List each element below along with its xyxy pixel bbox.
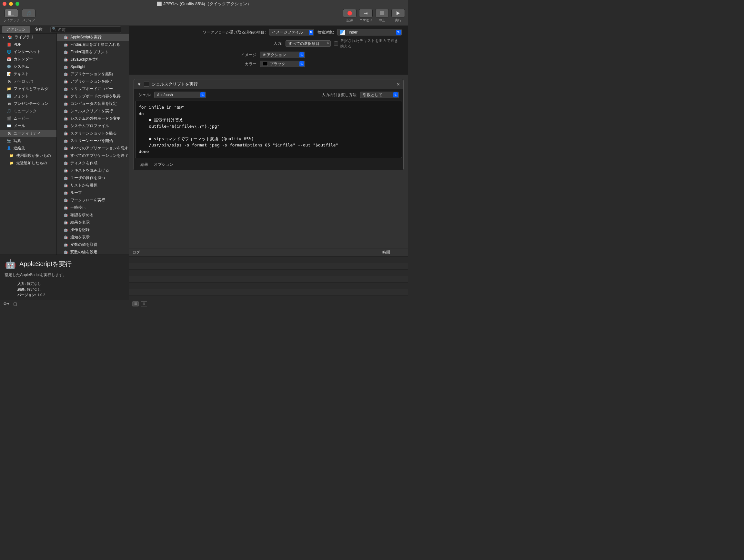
- close-window-button[interactable]: [3, 2, 6, 6]
- stop-icon: [380, 11, 384, 15]
- library-item[interactable]: 📅カレンダー: [0, 55, 57, 63]
- action-item[interactable]: 🤖テキストを読み上げる: [57, 167, 129, 174]
- tab-action[interactable]: アクション: [2, 26, 30, 33]
- action-item[interactable]: 🤖Finder項目をプリント: [57, 48, 129, 56]
- minimize-window-button[interactable]: [9, 2, 13, 6]
- search-input[interactable]: [50, 27, 121, 33]
- library-toggle-button[interactable]: [4, 9, 18, 17]
- action-item[interactable]: 🤖変数の値を設定: [57, 249, 129, 255]
- action-item[interactable]: 🤖ユーザの操作を待つ: [57, 174, 129, 182]
- library-item[interactable]: 🔤フォント: [0, 92, 57, 100]
- script-editor[interactable]: for infile in "$@" do # 拡張子付け替え outfile=…: [135, 101, 402, 158]
- input-select[interactable]: すべての選択項目: [286, 40, 331, 47]
- action-item[interactable]: 🤖操作を記録: [57, 226, 129, 233]
- record-icon: [347, 11, 352, 15]
- card-result-tab[interactable]: 結果: [140, 162, 148, 167]
- library-item[interactable]: 🎬ムービー: [0, 115, 57, 122]
- library-item[interactable]: 🎵ミュージック: [0, 107, 57, 115]
- action-item[interactable]: 🤖すべてのアプリケーションを隠す: [57, 145, 129, 152]
- library-item[interactable]: 📁ファイルとフォルダ: [0, 85, 57, 92]
- library-item[interactable]: 📝テキスト: [0, 70, 57, 78]
- gear-icon[interactable]: ⚙▾: [3, 301, 9, 306]
- action-item[interactable]: 🤖一時停止: [57, 204, 129, 211]
- action-item[interactable]: 🤖結果を表示: [57, 219, 129, 226]
- card-option-tab[interactable]: オプション: [154, 162, 173, 167]
- action-icon: 🤖: [63, 57, 68, 62]
- step-button[interactable]: ⇥: [359, 9, 373, 17]
- sidebar-icon: [8, 11, 14, 15]
- library-item[interactable]: ✉️メール: [0, 122, 57, 130]
- action-icon: 🤖: [63, 198, 68, 203]
- library-item[interactable]: 📷写真: [0, 137, 57, 145]
- category-icon: 🖥: [6, 101, 12, 107]
- action-item[interactable]: 🤖変数の値を取得: [57, 241, 129, 249]
- action-item[interactable]: 🤖シェルスクリプトを実行: [57, 107, 129, 115]
- category-icon: 👤: [6, 146, 12, 151]
- close-card-button[interactable]: ✕: [397, 82, 400, 87]
- action-item[interactable]: 🤖クリップボードにコピー: [57, 85, 129, 92]
- time-column-header[interactable]: 時間: [379, 249, 408, 256]
- shell-select[interactable]: /bin/bash: [154, 91, 206, 98]
- panel-toggle-icon[interactable]: ▢: [13, 301, 17, 306]
- log-row: [129, 276, 408, 283]
- tab-variable[interactable]: 変数: [30, 26, 47, 33]
- library-item[interactable]: ⚙️システム: [0, 63, 57, 70]
- action-item[interactable]: 🤖すべてのアプリケーションを終了: [57, 152, 129, 159]
- library-item[interactable]: 🛠デベロッパ: [0, 78, 57, 85]
- action-item[interactable]: 🤖ディスクを作成: [57, 159, 129, 167]
- receives-select[interactable]: イメージファイル: [269, 29, 314, 36]
- color-select[interactable]: ブラック: [260, 61, 305, 67]
- action-icon: 🤖: [63, 161, 68, 166]
- library-item[interactable]: 📕PDF: [0, 41, 57, 48]
- description-title: AppleScriptを実行: [20, 260, 72, 268]
- log-column-header[interactable]: ログ: [129, 249, 379, 256]
- action-item[interactable]: 🤖確認を求める: [57, 211, 129, 219]
- action-item[interactable]: 🤖通知を表示: [57, 233, 129, 241]
- list-view-button[interactable]: ☰: [132, 301, 139, 306]
- library-item[interactable]: 🌐インターネット: [0, 48, 57, 55]
- library-item[interactable]: 👤連絡先: [0, 145, 57, 152]
- record-button[interactable]: [343, 9, 357, 17]
- run-button[interactable]: [392, 9, 405, 17]
- workflow-bottom-bar: ☰ ⊞: [129, 300, 408, 307]
- output-replace-checkbox[interactable]: [334, 41, 338, 46]
- action-item[interactable]: 🤖ワークフローを実行: [57, 196, 129, 204]
- action-icon: 🤖: [63, 138, 68, 144]
- category-icon: 📕: [6, 42, 12, 47]
- record-label: 記録: [346, 18, 353, 23]
- color-swatch: [263, 62, 268, 66]
- action-icon: 🤖: [63, 72, 68, 77]
- zoom-window-button[interactable]: [15, 2, 20, 6]
- library-header[interactable]: ▼ 📚 ライブラリ: [0, 34, 57, 41]
- action-icon: 🤖: [63, 50, 68, 55]
- category-icon: ✉️: [6, 123, 12, 129]
- action-icon: 🤖: [63, 153, 68, 158]
- action-item[interactable]: 🤖コンピュータの音量を設定: [57, 100, 129, 107]
- action-item[interactable]: 🤖スクリーンセーバを開始: [57, 137, 129, 145]
- disclosure-triangle-icon[interactable]: ▼: [137, 82, 141, 87]
- action-item[interactable]: 🤖JavaScriptを実行: [57, 56, 129, 63]
- library-item[interactable]: 🛠ユーティリティ: [0, 130, 57, 137]
- action-item[interactable]: 🤖スクリーンショットを撮る: [57, 130, 129, 137]
- library-smart-item[interactable]: 📁最近追加したもの: [0, 159, 57, 167]
- action-item[interactable]: 🤖アプリケーションを起動: [57, 70, 129, 78]
- action-item[interactable]: 🤖アプリケーションを終了: [57, 78, 129, 85]
- media-button[interactable]: 🎵: [22, 9, 36, 17]
- action-item[interactable]: 🤖クリップボードの内容を取得: [57, 92, 129, 100]
- stop-button[interactable]: [375, 9, 389, 17]
- pass-input-select[interactable]: 引数として: [360, 91, 399, 98]
- category-icon: 🎵: [6, 109, 12, 114]
- action-item[interactable]: 🤖AppleScriptを実行: [57, 34, 129, 41]
- library-item[interactable]: 🖥プレゼンテーション: [0, 100, 57, 107]
- action-item[interactable]: 🤖リストから選択: [57, 182, 129, 189]
- flow-view-button[interactable]: ⊞: [141, 301, 147, 306]
- search-target-select[interactable]: Finder: [337, 29, 402, 36]
- action-item[interactable]: 🤖ループ: [57, 189, 129, 196]
- action-item[interactable]: 🤖システムの外観モードを変更: [57, 115, 129, 122]
- library-smart-item[interactable]: 📁使用回数が多いもの: [0, 152, 57, 159]
- image-select[interactable]: ✳ アクション: [260, 51, 305, 58]
- action-item[interactable]: 🤖Spotlight: [57, 63, 129, 70]
- action-icon: 🤖: [63, 42, 68, 47]
- action-item[interactable]: 🤖Finder項目をゴミ箱に入れる: [57, 41, 129, 48]
- action-item[interactable]: 🤖システムプロファイル: [57, 122, 129, 130]
